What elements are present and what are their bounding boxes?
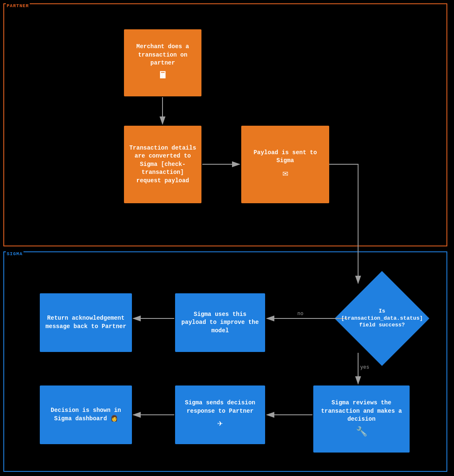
decision-diamond: Is [transaction_data.status] field succe… <box>348 285 415 352</box>
sigma-sends-text: Sigma sends decision response to Partner <box>180 399 260 415</box>
partner-zone: PARTNER <box>3 3 447 246</box>
decision-shown-box: Decision is shown in Sigma dashboard 👩 <box>40 385 132 444</box>
decision-shown-text: Decision is shown in Sigma dashboard 👩 <box>45 406 127 423</box>
sigma-reviews-text: Sigma reviews the transaction and makes … <box>318 399 405 424</box>
sigma-sends-box: Sigma sends decision response to Partner… <box>175 385 265 444</box>
diagram: PARTNER SIGMA Merchant does a transactio… <box>0 0 454 476</box>
return-ack-box: Return acknowledgement message back to P… <box>40 293 132 352</box>
payload-sent-box: Payload is sent to Sigma ✉ <box>241 126 329 203</box>
transaction-convert-box: Transaction details are converted to Sig… <box>124 126 201 203</box>
sigma-improve-text: Sigma uses this payload to improve the m… <box>180 310 260 335</box>
merchant-box: Merchant does a transaction on partner 🖩 <box>124 29 201 96</box>
return-ack-text: Return acknowledgement message back to P… <box>45 314 127 331</box>
sigma-improve-box: Sigma uses this payload to improve the m… <box>175 293 265 352</box>
diamond-text: Is [transaction_data.status] field succe… <box>348 285 415 352</box>
sigma-reviews-box: Sigma reviews the transaction and makes … <box>313 385 410 453</box>
payload-sent-text: Payload is sent to Sigma <box>246 149 324 165</box>
send-icon-blue: ✈ <box>217 418 223 431</box>
send-icon-orange: ✉ <box>282 168 288 181</box>
calculator-icon: 🖩 <box>158 70 168 83</box>
sigma-label: SIGMA <box>6 251 23 256</box>
tools-icon: 🔧 <box>356 426 367 439</box>
merchant-text: Merchant does a transaction on partner <box>129 43 196 67</box>
partner-label: PARTNER <box>6 3 30 8</box>
transaction-convert-text: Transaction details are converted to Sig… <box>129 144 196 185</box>
